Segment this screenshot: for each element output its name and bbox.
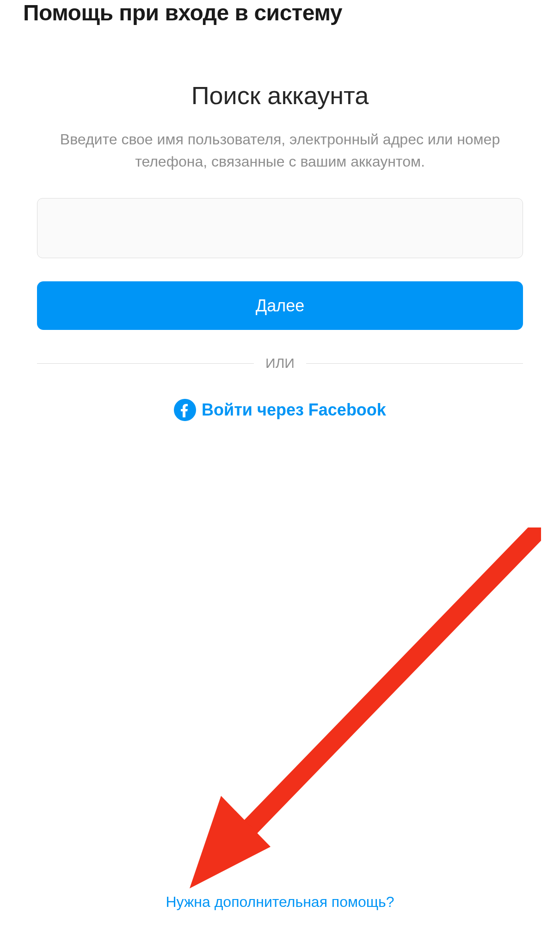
subtitle: Введите свое имя пользователя, электронн…: [49, 128, 511, 173]
svg-marker-2: [190, 796, 271, 888]
facebook-login-label: Войти через Facebook: [202, 400, 386, 420]
arrow-annotation: [171, 527, 541, 898]
facebook-login-button[interactable]: Войти через Facebook: [174, 399, 386, 421]
next-button[interactable]: Далее: [37, 281, 523, 330]
divider: или: [37, 355, 523, 371]
page-title: Помощь при входе в систему: [23, 0, 537, 25]
facebook-icon: [174, 399, 196, 421]
header: Помощь при входе в систему: [0, 0, 560, 25]
divider-line-right: [306, 363, 523, 364]
additional-help-link[interactable]: Нужна дополнительная помощь?: [166, 893, 394, 911]
divider-line-left: [37, 363, 254, 364]
main-title: Поиск аккаунта: [191, 81, 369, 110]
main-content: Поиск аккаунта Введите свое имя пользова…: [0, 81, 560, 421]
svg-line-1: [231, 532, 536, 847]
account-search-input[interactable]: [37, 198, 523, 258]
divider-text: или: [254, 355, 306, 371]
